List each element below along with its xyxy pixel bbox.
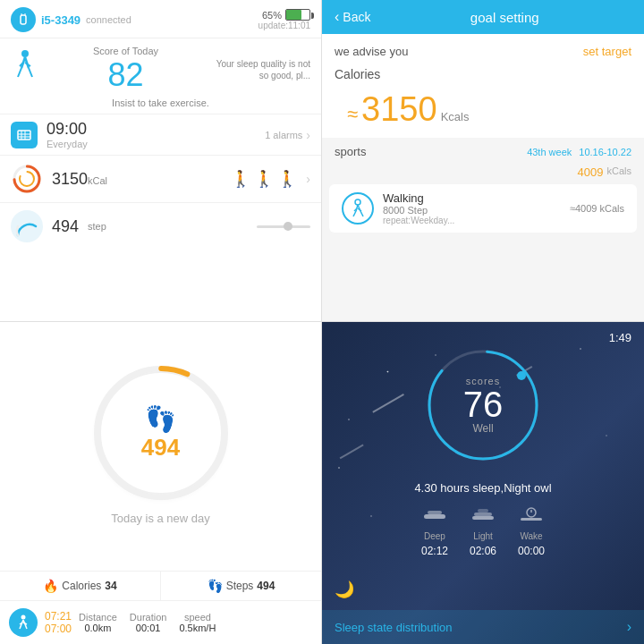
tl-header: i5-3349 connected 65% update:11:01 — [0, 0, 321, 38]
duration-item: Duration 00:01 — [130, 612, 167, 633]
back-label: Back — [343, 10, 370, 24]
calories-value-row: ≈ 3150 Kcals — [322, 85, 644, 138]
weekly-cal-value: 4009 — [578, 165, 604, 179]
wake-icon — [519, 505, 544, 528]
date-range: 10.16-10.22 — [579, 147, 631, 157]
tr-header: ‹ Back goal setting — [322, 0, 644, 34]
sleep-score-number: 76 — [463, 386, 504, 422]
steps-value: 494 — [52, 217, 79, 236]
svg-point-25 — [97, 369, 225, 497]
wake-label: Wake — [520, 531, 542, 541]
svg-rect-0 — [21, 15, 26, 24]
week-badge: 43th week — [527, 147, 572, 157]
distance-item: Distance 0.0km — [79, 612, 117, 633]
fire-icon: 🔥 — [43, 579, 58, 593]
light-sleep-icon — [470, 505, 496, 528]
svg-rect-42 — [521, 518, 542, 521]
panel-bottom-left: 👣 494 Today is a new day 🔥 Calories 34 👣… — [0, 322, 322, 644]
score-number: 82 — [48, 56, 203, 94]
calories-stat-label: Calories — [62, 580, 101, 592]
activity-calories: ≈4009 kCals — [570, 203, 624, 214]
device-info: i5-3349 connected — [11, 7, 131, 32]
weekly-calories-row: 4009 kCals — [322, 165, 644, 184]
calories-value-block: 3150kCal — [52, 170, 107, 189]
sleep-distribution-row[interactable]: Sleep state distribution › — [322, 610, 644, 644]
calories-unit: kCal — [88, 175, 107, 186]
figure2: 🚶 — [254, 169, 274, 189]
battery-block: 65% update:11:01 — [258, 9, 310, 30]
steps-slider-dot — [284, 222, 292, 231]
distribution-label: Sleep state distribution — [335, 621, 453, 634]
deep-sleep-label: Deep — [424, 531, 445, 541]
sleep-quality-text: Your sleep quality is not so good, pl... — [212, 58, 310, 81]
activity-row[interactable]: Walking 8000 Step repeat:Weekday... ≈400… — [329, 184, 637, 233]
calorie-number: 3150 — [361, 90, 437, 129]
panel-top-left: i5-3349 connected 65% update:11:01 — [0, 0, 322, 322]
alarm-row[interactable]: 09:00 Everyday 1 alarms › — [0, 114, 321, 155]
steps-slider[interactable] — [257, 225, 310, 228]
score-center: Score of Today 82 — [48, 46, 203, 94]
light-sleep-time: 02:06 — [470, 545, 496, 557]
duration-label: Duration — [130, 612, 167, 623]
activity-bottom-row: 07:21 07:00 Distance 0.0km Duration 00:0… — [0, 600, 321, 644]
speed-label: speed — [184, 612, 211, 623]
week-info: 43th week 10.16-10.22 — [527, 147, 631, 157]
svg-point-3 — [21, 50, 29, 57]
sleep-quality-rating: Well — [472, 422, 493, 435]
svg-rect-39 — [472, 516, 494, 520]
time-column: 07:21 07:00 — [45, 610, 72, 635]
deep-sleep-icon — [422, 505, 447, 528]
bottom-info: Distance 0.0km Duration 00:01 speed 0.5k… — [79, 612, 216, 633]
alarm-time-block: 09:00 Everyday — [47, 120, 88, 149]
watch-icon — [11, 7, 36, 32]
today-text: Today is a new day — [111, 504, 210, 532]
svg-rect-41 — [478, 509, 488, 513]
svg-line-20 — [353, 211, 356, 216]
steps-row: 494 step — [0, 202, 321, 250]
svg-rect-40 — [474, 513, 492, 516]
arc-container: 👣 494 — [89, 361, 233, 504]
set-target-button[interactable]: set target — [583, 45, 631, 58]
alarm-count: 1 alarms — [265, 130, 302, 140]
sports-label: sports — [335, 145, 527, 158]
calories-ring-icon — [11, 163, 43, 195]
svg-line-22 — [360, 211, 363, 216]
br-content: 1:49 scores 76 Well 4.30 hours sleep,Nig… — [322, 322, 644, 644]
sleep-stats-row: Deep 02:12 Light 02:06 — [421, 505, 545, 557]
activity-step: 8000 Step — [383, 205, 561, 216]
calories-value: 3150 — [52, 170, 88, 188]
speed-value: 0.5km/H — [179, 623, 216, 633]
moon-icon: 🌙 — [335, 580, 354, 599]
speed-item: speed 0.5km/H — [179, 612, 216, 633]
svg-line-5 — [18, 68, 21, 77]
alarm-time: 09:00 — [47, 120, 88, 139]
panel-bottom-right: 1:49 scores 76 Well 4.30 hours sleep,Nig… — [322, 322, 644, 644]
calories-chevron-icon: › — [306, 172, 310, 186]
svg-line-29 — [20, 624, 21, 629]
calories-label: Calories — [322, 64, 644, 85]
device-name: i5-3349 — [41, 13, 80, 27]
time-start: 07:21 — [45, 610, 72, 623]
kcal-unit: Kcals — [441, 110, 470, 123]
calories-row[interactable]: 3150kCal 🚶 🚶 🚶 › — [0, 155, 321, 202]
activity-repeat: repeat:Weekday... — [383, 216, 561, 225]
svg-line-33 — [23, 623, 27, 624]
advise-text: we advise you — [335, 45, 408, 58]
score-label: Score of Today — [48, 46, 203, 56]
walk-figure-icon — [11, 48, 39, 91]
sleep-score-circle: scores 76 Well — [416, 338, 550, 472]
back-arrow-icon: ‹ — [335, 9, 339, 25]
battery-percent: 65% — [262, 10, 282, 21]
svg-point-18 — [355, 199, 360, 205]
svg-line-31 — [25, 624, 27, 629]
back-button[interactable]: ‹ Back — [335, 9, 370, 25]
figure3: 🚶 — [277, 169, 297, 189]
light-sleep-label: Light — [473, 531, 493, 541]
progress-arc-svg — [89, 361, 233, 504]
steps-stat-value: 494 — [257, 580, 275, 592]
person-figures: 🚶 🚶 🚶 — [231, 169, 297, 189]
deep-sleep-stat: Deep 02:12 — [421, 505, 448, 557]
svg-point-17 — [20, 172, 34, 186]
alarm-chevron-icon: › — [306, 128, 310, 142]
wake-time: 00:00 — [518, 545, 545, 557]
